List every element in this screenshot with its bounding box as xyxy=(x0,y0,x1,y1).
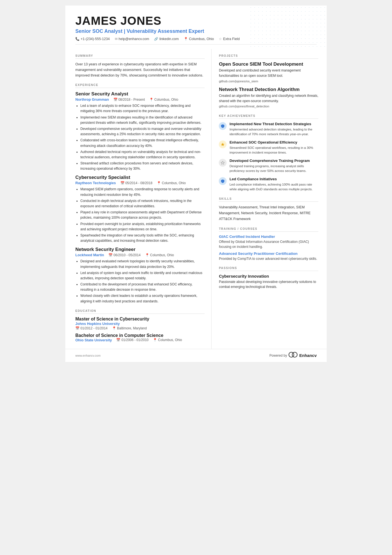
star-icon xyxy=(221,142,225,146)
education-label: EDUCATION xyxy=(75,309,205,314)
enhancv-svg-logo xyxy=(289,352,297,357)
footer: www.enhancv.com Powered by Enhancv xyxy=(65,349,327,362)
achievement-icon-4 xyxy=(219,177,227,185)
job-title-1: Senior Security Analyst xyxy=(75,91,205,97)
location-icon-1: 📍 xyxy=(149,98,153,102)
candidate-name: JAMES JONES xyxy=(75,14,317,27)
left-column: SUMMARY Over 13 years of experience in c… xyxy=(65,49,212,349)
contact-bar: 📞 +1-(234)-555-1234 ✉ help@enhancv.com 🔗… xyxy=(75,37,317,45)
project-title-2: Network Threat Detection Algorithm xyxy=(219,87,318,92)
two-col-layout: SUMMARY Over 13 years of experience in c… xyxy=(65,49,327,349)
extra-icon: ☆ xyxy=(219,37,222,41)
project-link-2: github.com/jsjones/threat_detection xyxy=(219,105,269,108)
achievement-content-4: Led Compliance Initiatives Led complianc… xyxy=(229,177,318,192)
job-bullets-1: Led a team of analysts to enhance SOC re… xyxy=(80,103,205,171)
degree-1: Master of Science in Cybersecurity xyxy=(75,317,205,322)
training-label: TRAINING / COURSES xyxy=(219,227,318,232)
bullet-item: Led analysis of system logs and network … xyxy=(80,270,205,281)
job-item: Cybersecurity Specialist Raytheon Techno… xyxy=(75,175,205,243)
location-icon: 📍 xyxy=(112,326,116,330)
achievement-desc-4: Led compliance initiatives, achieving 10… xyxy=(229,182,318,192)
bullet-item: Managed SIEM platform operations, coordi… xyxy=(80,187,205,197)
bullet-item: Streamlined artifact collection procedur… xyxy=(80,161,205,171)
contact-linkedin: 🔗 linkedin.com xyxy=(154,37,178,41)
shield-icon xyxy=(221,124,225,128)
job-date-1: 📅 08/2018 - Present xyxy=(113,98,145,102)
job-meta-2: Raytheon Technologies 📅 05/2014 - 08/201… xyxy=(75,181,205,185)
training-desc-2: Provided by CompTIA to cover advanced-le… xyxy=(219,256,318,261)
svg-point-3 xyxy=(292,352,297,357)
passion-title-1: Cybersecurity Innovation xyxy=(219,274,318,278)
achievement-title-1: Implemented New Threat Detection Strateg… xyxy=(229,122,318,127)
bullet-item: Developed comprehensive security protoco… xyxy=(80,126,205,137)
job-item: Network Security Engineer Lockheed Marti… xyxy=(75,247,205,304)
job-meta-3: Lockheed Martin 📅 06/2010 - 05/2014 📍 Co… xyxy=(75,253,205,257)
achievement-title-2: Enhanced SOC Operational Efficiency xyxy=(229,140,318,145)
phone-icon: 📞 xyxy=(75,37,80,41)
passion-desc-1: Passionate about developing innovative c… xyxy=(219,279,318,289)
experience-label: EXPERIENCE xyxy=(75,83,205,88)
header-section: JAMES JONES Senior SOC Analyst | Vulnera… xyxy=(65,6,327,49)
svg-marker-0 xyxy=(221,143,225,146)
passion-item-1: Cybersecurity Innovation Passionate abou… xyxy=(219,274,318,289)
footer-website: www.enhancv.com xyxy=(75,354,101,357)
bullet-item: Played a key role in compliance assessme… xyxy=(80,210,205,220)
job-date-3: 📅 06/2010 - 05/2014 xyxy=(108,253,140,257)
training-item-2: Advanced Security Practitioner Certifica… xyxy=(219,251,318,261)
bullet-item: Led a team of analysts to enhance SOC re… xyxy=(80,103,205,114)
skills-label: SKILLS xyxy=(219,197,318,202)
calendar-icon: 📅 xyxy=(113,98,118,102)
job-company-1: Northrop Grumman xyxy=(75,97,109,102)
location-icon: 📍 xyxy=(153,338,157,342)
candidate-job-title: Senior SOC Analyst | Vulnerability Asses… xyxy=(75,28,317,34)
job-company-2: Raytheon Technologies xyxy=(75,181,116,185)
training-desc-1: Offered by Global Information Assurance … xyxy=(219,239,318,249)
achievement-title-3: Developed Comprehensive Training Program xyxy=(229,158,318,163)
achievement-title-4: Led Compliance Initiatives xyxy=(229,177,318,182)
achievement-item-3: Developed Comprehensive Training Program… xyxy=(219,158,318,173)
job-location-2: 📍 Columbus, Ohio xyxy=(157,181,186,185)
contact-phone: 📞 +1-(234)-555-1234 xyxy=(75,37,110,41)
job-location-1: 📍 Columbus, Ohio xyxy=(149,98,178,102)
achievement-desc-1: Implemented advanced detection strategie… xyxy=(229,127,318,137)
summary-text: Over 13 years of experience in cybersecu… xyxy=(75,61,205,78)
calendar-icon: 📅 xyxy=(75,326,80,330)
job-title-2: Cybersecurity Specialist xyxy=(75,175,205,180)
location-icon-3: 📍 xyxy=(145,253,149,257)
education-item-1: Master of Science in Cybersecurity Johns… xyxy=(75,317,205,330)
project-link-1: github.com/jsjones/os_siem xyxy=(219,80,258,83)
svg-marker-1 xyxy=(221,161,225,164)
passions-label: PASSIONS xyxy=(219,266,318,271)
linkedin-icon: 🔗 xyxy=(154,37,158,41)
contact-location: 📍 Columbus, Ohio xyxy=(184,37,214,41)
location-icon: 📍 xyxy=(184,37,188,41)
bullet-item: Collaborated with cross-location teams t… xyxy=(80,138,205,148)
school-1: Johns Hopkins University xyxy=(75,322,205,326)
job-date-2: 📅 05/2014 - 08/2018 xyxy=(120,181,152,185)
location-icon-2: 📍 xyxy=(157,181,161,185)
shield-icon-2 xyxy=(221,179,225,183)
job-location-3: 📍 Columbus, Ohio xyxy=(145,253,174,257)
achievement-item-1: Implemented New Threat Detection Strateg… xyxy=(219,122,318,137)
training-title-2: Advanced Security Practitioner Certifica… xyxy=(219,251,318,256)
education-item-2: Bachelor of Science in Computer Science … xyxy=(75,333,205,342)
resume-container: JAMES JONES Senior SOC Analyst | Vulnera… xyxy=(65,6,327,362)
job-bullets-3: Designed and evaluated network topologie… xyxy=(80,259,205,304)
calendar-icon: 📅 xyxy=(120,181,125,185)
project-desc-1: Developed and contributed security event… xyxy=(219,68,318,84)
training-item-1: GIAC Certified Incident Handler Offered … xyxy=(219,235,318,249)
training-title-1: GIAC Certified Incident Handler xyxy=(219,235,318,239)
degree-2: Bachelor of Science in Computer Science xyxy=(75,333,205,338)
job-title-3: Network Security Engineer xyxy=(75,247,205,252)
bullet-item: Implemented new SIEM strategies resultin… xyxy=(80,115,205,125)
achievement-icon-1 xyxy=(219,122,227,130)
job-item: Senior Security Analyst Northrop Grumman… xyxy=(75,91,205,171)
school-2: Ohio State University xyxy=(75,338,112,342)
star-outline-icon xyxy=(221,161,225,165)
calendar-icon: 📅 xyxy=(108,253,113,257)
project-desc-2: Created an algorithm for identifying and… xyxy=(219,93,318,109)
project-title-1: Open Source SIEM Tool Development xyxy=(219,61,318,67)
bullet-item: Authored detailed technical reports on v… xyxy=(80,149,205,160)
right-column: PROJECTS Open Source SIEM Tool Developme… xyxy=(212,49,327,349)
achievement-item-2: Enhanced SOC Operational Efficiency Stre… xyxy=(219,140,318,155)
